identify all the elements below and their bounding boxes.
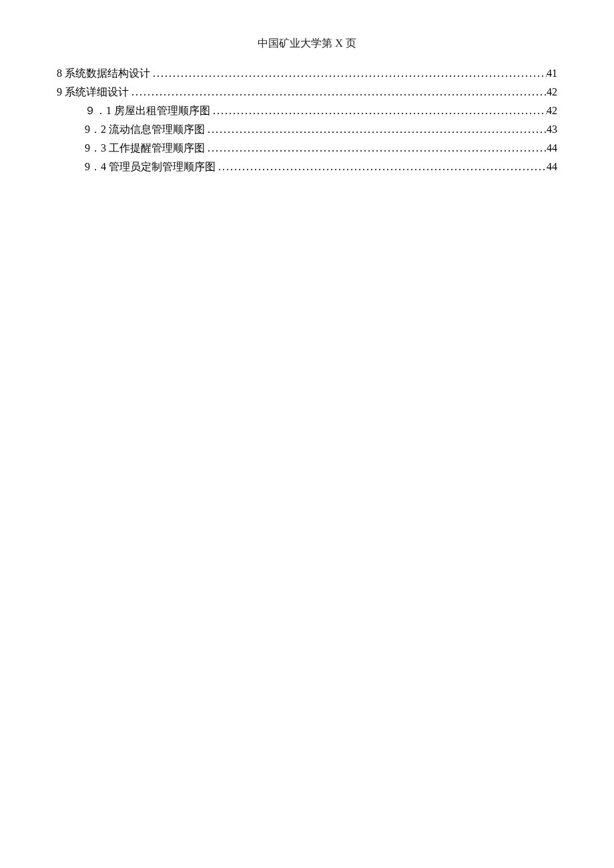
toc-leader-dots bbox=[210, 101, 547, 120]
toc-leader-dots bbox=[205, 139, 547, 158]
toc-page-number: 44 bbox=[547, 158, 557, 176]
toc-leader-dots bbox=[205, 120, 547, 139]
toc-page-number: 42 bbox=[547, 83, 557, 101]
toc-entry: 9 系统详细设计 42 bbox=[57, 83, 557, 101]
toc-page-number: 43 bbox=[547, 120, 557, 139]
toc-leader-dots bbox=[129, 83, 547, 101]
table-of-contents: 8 系统数据结构设计 41 9 系统详细设计 42 ９．1 房屋出租管理顺序图 … bbox=[57, 64, 557, 176]
toc-page-number: 41 bbox=[547, 64, 557, 83]
toc-leader-dots bbox=[216, 158, 547, 176]
toc-title: ９．1 房屋出租管理顺序图 bbox=[85, 101, 210, 120]
toc-leader-dots bbox=[150, 64, 547, 83]
page-header: 中国矿业大学第 X 页 bbox=[57, 37, 557, 51]
toc-title: 9．4 管理员定制管理顺序图 bbox=[85, 158, 216, 176]
toc-entry: 9．2 流动信息管理顺序图 43 bbox=[57, 120, 557, 139]
toc-entry: 8 系统数据结构设计 41 bbox=[57, 64, 557, 83]
toc-entry: 9．3 工作提醒管理顺序图 44 bbox=[57, 139, 557, 158]
toc-title: 9 系统详细设计 bbox=[57, 83, 129, 101]
toc-entry: 9．4 管理员定制管理顺序图 44 bbox=[57, 158, 557, 176]
toc-title: 9．2 流动信息管理顺序图 bbox=[85, 120, 205, 139]
toc-page-number: 42 bbox=[547, 101, 557, 120]
toc-page-number: 44 bbox=[547, 139, 557, 158]
toc-title: 8 系统数据结构设计 bbox=[57, 64, 150, 83]
toc-title: 9．3 工作提醒管理顺序图 bbox=[85, 139, 205, 158]
toc-entry: ９．1 房屋出租管理顺序图 42 bbox=[57, 101, 557, 120]
